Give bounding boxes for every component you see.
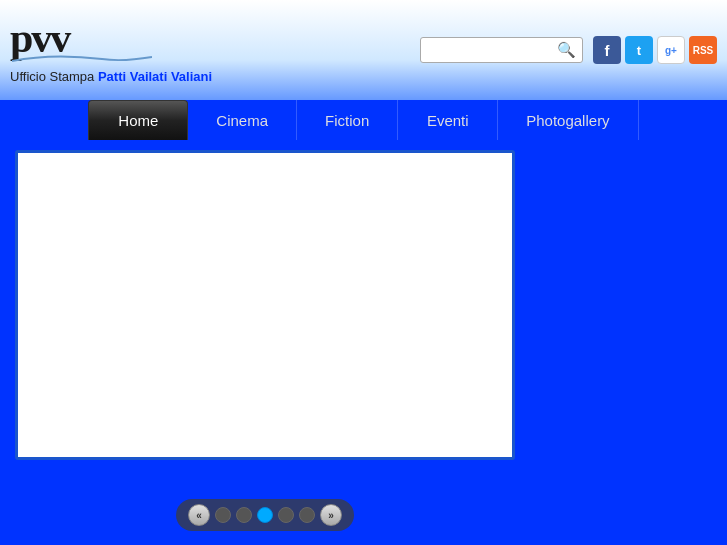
nav-eventi[interactable]: Eventi — [398, 100, 498, 140]
site-subtitle: Ufficio Stampa Patti Vailati Valiani — [10, 69, 420, 84]
search-input[interactable] — [427, 43, 557, 58]
carousel-dot-1[interactable] — [215, 507, 231, 523]
carousel-dot-2[interactable] — [236, 507, 252, 523]
twitter-icon[interactable]: t — [625, 36, 653, 64]
nav-cinema[interactable]: Cinema — [188, 100, 297, 140]
header-right: 🔍 f t g+ RSS — [420, 36, 717, 64]
nav-photogallery[interactable]: Photogallery — [498, 100, 638, 140]
nav-fiction[interactable]: Fiction — [297, 100, 398, 140]
main-content: « » — [0, 140, 727, 545]
carousel-dot-3[interactable] — [257, 507, 273, 523]
carousel-controls: « » — [176, 499, 354, 531]
navbar: Home Cinema Fiction Eventi Photogallery — [0, 100, 727, 140]
slideshow-content — [18, 153, 512, 457]
carousel-next-button[interactable]: » — [320, 504, 342, 526]
rss-icon[interactable]: RSS — [689, 36, 717, 64]
search-icon[interactable]: 🔍 — [557, 41, 576, 59]
carousel-dot-5[interactable] — [299, 507, 315, 523]
carousel-dot-4[interactable] — [278, 507, 294, 523]
slideshow-container — [15, 150, 515, 460]
search-box: 🔍 — [420, 37, 583, 63]
facebook-icon[interactable]: f — [593, 36, 621, 64]
social-icons: f t g+ RSS — [593, 36, 717, 64]
logo-area: pvv Ufficio Stampa Patti Vailati Valiani — [10, 17, 420, 84]
logo-swoosh — [12, 53, 152, 67]
carousel-prev-button[interactable]: « — [188, 504, 210, 526]
header: pvv Ufficio Stampa Patti Vailati Valiani… — [0, 0, 727, 100]
google-icon[interactable]: g+ — [657, 36, 685, 64]
nav-home[interactable]: Home — [88, 100, 188, 140]
